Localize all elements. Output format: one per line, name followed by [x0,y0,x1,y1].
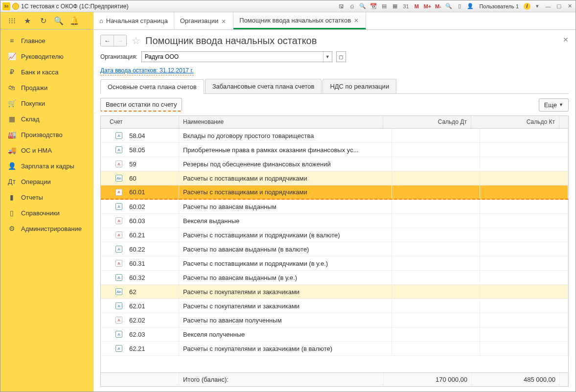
sidebar-item-отчеты[interactable]: ▮Отчеты [0,189,93,205]
app-menu-dropdown[interactable] [12,3,19,10]
table-row[interactable]: А60.32Расчеты по авансам выданным (в у.е… [101,271,568,285]
table-row[interactable]: А58.05Приобретенные права в рамках оказа… [101,143,568,157]
sidebar-item-справочники[interactable]: ▯Справочники [0,205,93,221]
col-name[interactable]: Наименование [179,116,383,128]
sidebar-item-банк-и-касса[interactable]: ₽Банк и касса [0,64,93,80]
nav-forward-button[interactable]: → [114,35,126,46]
user-icon: 👤 [466,2,474,10]
account-icon: А [115,260,122,267]
col-debit[interactable]: Сальдо Дт [383,116,471,128]
cell-debit [392,342,480,355]
inner-tab[interactable]: НДС по реализации [323,79,396,93]
table-row[interactable]: А58.04Вклады по договору простого товари… [101,129,568,143]
tab-начальная-страница[interactable]: ⌂Начальная страница [93,12,174,29]
table-row[interactable]: А60.31Расчеты с поставщиками и подрядчик… [101,256,568,271]
bell-icon[interactable]: 🔔 [70,16,79,25]
print-icon[interactable]: ⎙ [348,2,356,10]
sidebar-item-руководителю[interactable]: 📈Руководителю [0,48,93,64]
account-icon: А [115,203,122,210]
enter-balance-button[interactable]: Ввести остатки по счету [100,98,182,112]
sidebar-item-продажи[interactable]: 🛍Продажи [0,80,93,95]
sidebar-item-склад[interactable]: ▦Склад [0,111,93,127]
nav-back-button[interactable]: ← [101,35,114,46]
titlebar: 1c 1С тестовая с ОКОФ (1С:Предприятие) 🖫… [0,0,576,12]
sidebar-label: Продажи [21,84,47,92]
tabs-row: ⌂Начальная страницаОрганизации✕Помощник … [93,12,576,29]
grid-body[interactable]: А58.04Вклады по договору простого товари… [101,129,568,372]
sidebar-icon: Дт [7,177,16,186]
sidebar-label: Зарплата и кадры [21,162,74,170]
cal31-icon[interactable]: 31 [402,2,410,10]
sidebar-item-операции[interactable]: ДтОперации [0,174,93,189]
close-page-button[interactable]: ✕ [563,36,569,44]
footer-credit: 485 000,00 [472,373,560,386]
sidebar-item-главное[interactable]: ≡Главное [0,33,93,48]
sidebar-label: Отчеты [21,194,43,201]
sidebar-item-зарплата-и-кадры[interactable]: 👤Зарплата и кадры [0,158,93,174]
table-row[interactable]: Ап60Расчеты с поставщиками и подрядчикам… [101,171,568,185]
minimize-icon[interactable]: — [544,2,552,10]
cell-debit [392,256,480,270]
account-name: Расчеты по авансам выданным (в у.е.) [179,271,392,284]
org-dropdown-button[interactable]: ▼ [323,52,332,62]
sidebar-item-ос-и-нма[interactable]: 🚚ОС и НМА [0,142,93,158]
cell-debit [392,129,480,142]
footer-label: Итого (баланс): [179,373,384,386]
save-icon[interactable]: 🖫 [337,2,345,10]
table-row[interactable]: А60.22Расчеты по авансам выданным (в вал… [101,242,568,256]
account-name: Расчеты с поставщиками и подрядчиками (в… [179,256,392,270]
col-account[interactable]: Счет [101,116,179,128]
table-row[interactable]: А60.02Расчеты по авансам выданным [101,200,568,214]
table-row[interactable]: А62.03Векселя полученные [101,327,568,342]
account-icon: А [115,345,122,352]
search-icon[interactable]: 🔍 [54,16,63,25]
info-icon[interactable]: i [524,3,530,10]
user-name[interactable]: Пользователь 1 [477,3,521,9]
table-row[interactable]: А60.01Расчеты с поставщиками и подрядчик… [101,185,568,200]
inner-tab[interactable]: Основные счета плана счетов [100,79,204,94]
dropdown-icon[interactable]: ▾ [533,2,541,10]
inner-tab[interactable]: Забалансовые счета плана счетов [205,79,322,93]
close-window-icon[interactable]: ✕ [566,2,574,10]
favorite-star-icon[interactable]: ☆ [132,35,140,46]
more-button[interactable]: Еще ▼ [539,98,569,112]
calendar-icon[interactable]: 📆 [369,2,377,10]
sidebar-item-производство[interactable]: 🏭Производство [0,127,93,142]
book-icon[interactable]: ▯ [456,2,463,10]
table-row[interactable]: А60.03Векселя выданные [101,214,568,228]
account-code: 62.02 [129,317,145,324]
table-row[interactable]: А59Резервы под обесценение финансовых вл… [101,157,568,171]
close-icon[interactable]: ✕ [354,17,360,23]
tab-организации[interactable]: Организации✕ [174,12,234,29]
preview-icon[interactable]: 🔍 [359,2,367,10]
history-icon[interactable]: ↻ [39,16,47,25]
close-icon[interactable]: ✕ [221,18,227,24]
m-minus-icon[interactable]: M- [434,2,442,10]
account-icon: А [115,217,122,224]
date-entry-link[interactable]: Дата ввода остатков: 31.12.2017 г. [100,67,194,75]
page-icon[interactable]: ▤ [380,2,388,10]
sidebar-item-покупки[interactable]: 🛒Покупки [0,95,93,111]
table-row[interactable]: Ап62Расчеты с покупателями и заказчиками [101,285,568,299]
sidebar-item-администрирование[interactable]: ⚙Администрирование [0,221,93,236]
col-credit[interactable]: Сальдо Кт [471,116,559,128]
zoom-icon[interactable]: 🔍 [445,2,453,10]
org-open-button[interactable]: ▢ [336,51,346,62]
table-row[interactable]: А60.21Расчеты с поставщиками и подрядчик… [101,228,568,242]
grid-icon[interactable]: ▦ [391,2,399,10]
cell-debit [392,313,480,327]
favorite-icon[interactable]: ★ [23,16,32,25]
maximize-icon[interactable]: ▢ [555,2,563,10]
account-icon: А [115,302,122,309]
m-scale-icon[interactable]: M [413,2,420,10]
chevron-down-icon: ▼ [559,102,563,107]
table-row[interactable]: А62.01Расчеты с покупателями и заказчика… [101,299,568,313]
account-code: 62.03 [129,331,145,338]
m-plus-icon[interactable]: M+ [423,2,431,10]
tab-помощник-ввода-начальных-остатков[interactable]: Помощник ввода начальных остатков✕ [233,12,366,29]
sidebar-label: Администрирование [21,225,82,232]
table-row[interactable]: А62.02Расчеты по авансам полученным [101,313,568,327]
apps-icon[interactable]: ⁝⁝⁝ [7,16,16,25]
org-input[interactable] [142,52,323,62]
table-row[interactable]: А62.21Расчеты с покупателями и заказчика… [101,342,568,356]
